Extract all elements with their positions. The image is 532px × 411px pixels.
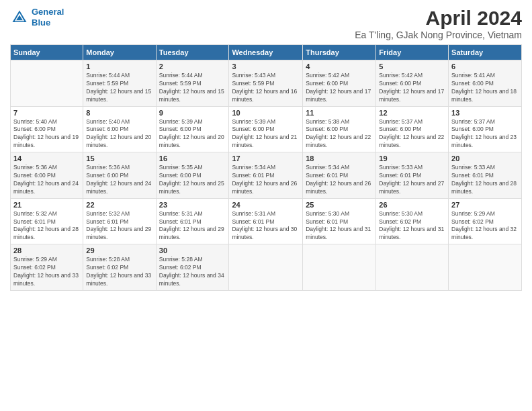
calendar-cell	[229, 244, 303, 291]
day-number: 22	[86, 201, 152, 209]
day-number: 21	[13, 201, 80, 209]
day-number: 3	[232, 62, 300, 71]
calendar-week-row: 14Sunrise: 5:36 AMSunset: 6:00 PMDayligh…	[11, 152, 522, 199]
day-number: 9	[159, 109, 226, 117]
col-header-wednesday: Wednesday	[229, 45, 303, 60]
day-info: Sunrise: 5:40 AMSunset: 6:00 PMDaylight:…	[86, 118, 152, 150]
calendar-cell: 5Sunrise: 5:42 AMSunset: 6:00 PMDaylight…	[376, 60, 449, 107]
calendar-cell: 11Sunrise: 5:38 AMSunset: 6:00 PMDayligh…	[303, 106, 376, 152]
day-number: 16	[159, 154, 226, 163]
day-number: 30	[159, 246, 226, 255]
calendar-cell: 16Sunrise: 5:35 AMSunset: 6:00 PMDayligh…	[156, 152, 229, 199]
header: General Blue April 2024 Ea T'ling, GJak …	[10, 7, 522, 40]
calendar-cell: 12Sunrise: 5:37 AMSunset: 6:00 PMDayligh…	[376, 106, 449, 152]
calendar-cell	[11, 60, 83, 107]
day-number: 10	[232, 109, 300, 117]
calendar-cell: 21Sunrise: 5:32 AMSunset: 6:01 PMDayligh…	[11, 198, 83, 244]
logo-general: General	[32, 7, 64, 17]
calendar-week-row: 1Sunrise: 5:44 AMSunset: 5:59 PMDaylight…	[11, 60, 522, 107]
day-info: Sunrise: 5:35 AMSunset: 6:00 PMDaylight:…	[159, 164, 226, 196]
calendar-cell: 4Sunrise: 5:42 AMSunset: 6:00 PMDaylight…	[303, 60, 376, 107]
main-title: April 2024	[355, 7, 522, 30]
calendar-header-row: SundayMondayTuesdayWednesdayThursdayFrid…	[11, 45, 522, 60]
day-number: 17	[232, 154, 300, 163]
day-info: Sunrise: 5:43 AMSunset: 5:59 PMDaylight:…	[232, 72, 300, 104]
col-header-tuesday: Tuesday	[156, 45, 229, 60]
calendar-cell: 15Sunrise: 5:36 AMSunset: 6:00 PMDayligh…	[83, 152, 156, 199]
col-header-thursday: Thursday	[303, 45, 376, 60]
calendar-cell	[303, 244, 376, 291]
day-info: Sunrise: 5:39 AMSunset: 6:00 PMDaylight:…	[159, 118, 226, 150]
calendar-cell: 13Sunrise: 5:37 AMSunset: 6:00 PMDayligh…	[449, 106, 522, 152]
day-number: 23	[159, 201, 226, 209]
day-info: Sunrise: 5:37 AMSunset: 6:00 PMDaylight:…	[379, 118, 445, 150]
day-info: Sunrise: 5:30 AMSunset: 6:01 PMDaylight:…	[306, 210, 373, 242]
day-number: 18	[306, 154, 373, 163]
day-number: 11	[306, 109, 373, 117]
day-number: 6	[451, 62, 519, 71]
calendar-cell	[449, 244, 522, 291]
calendar-cell: 19Sunrise: 5:33 AMSunset: 6:01 PMDayligh…	[376, 152, 449, 199]
logo-text: General Blue	[32, 7, 64, 28]
day-number: 29	[86, 246, 152, 255]
calendar-cell: 8Sunrise: 5:40 AMSunset: 6:00 PMDaylight…	[83, 106, 156, 152]
day-info: Sunrise: 5:32 AMSunset: 6:01 PMDaylight:…	[13, 210, 80, 242]
day-number: 1	[86, 62, 152, 71]
calendar-cell: 3Sunrise: 5:43 AMSunset: 5:59 PMDaylight…	[229, 60, 303, 107]
day-number: 15	[86, 154, 152, 163]
day-info: Sunrise: 5:44 AMSunset: 5:59 PMDaylight:…	[86, 72, 152, 104]
calendar-cell: 18Sunrise: 5:34 AMSunset: 6:01 PMDayligh…	[303, 152, 376, 199]
calendar-cell: 9Sunrise: 5:39 AMSunset: 6:00 PMDaylight…	[156, 106, 229, 152]
calendar-cell: 23Sunrise: 5:31 AMSunset: 6:01 PMDayligh…	[156, 198, 229, 244]
col-header-sunday: Sunday	[11, 45, 83, 60]
calendar-cell: 10Sunrise: 5:39 AMSunset: 6:00 PMDayligh…	[229, 106, 303, 152]
page: General Blue April 2024 Ea T'ling, GJak …	[0, 0, 532, 411]
day-info: Sunrise: 5:33 AMSunset: 6:01 PMDaylight:…	[379, 164, 445, 196]
calendar-cell: 6Sunrise: 5:41 AMSunset: 6:00 PMDaylight…	[449, 60, 522, 107]
day-info: Sunrise: 5:36 AMSunset: 6:00 PMDaylight:…	[13, 164, 80, 196]
col-header-monday: Monday	[83, 45, 156, 60]
day-number: 24	[232, 201, 300, 209]
calendar-cell: 22Sunrise: 5:32 AMSunset: 6:01 PMDayligh…	[83, 198, 156, 244]
day-number: 13	[451, 109, 519, 117]
day-info: Sunrise: 5:39 AMSunset: 6:00 PMDaylight:…	[232, 118, 300, 150]
day-info: Sunrise: 5:31 AMSunset: 6:01 PMDaylight:…	[232, 210, 300, 242]
day-info: Sunrise: 5:37 AMSunset: 6:00 PMDaylight:…	[451, 118, 519, 150]
day-number: 7	[13, 109, 80, 117]
title-section: April 2024 Ea T'ling, GJak Nong Province…	[355, 7, 522, 40]
calendar-cell: 29Sunrise: 5:28 AMSunset: 6:02 PMDayligh…	[83, 244, 156, 291]
day-info: Sunrise: 5:29 AMSunset: 6:02 PMDaylight:…	[13, 256, 80, 288]
day-number: 2	[159, 62, 226, 71]
calendar-week-row: 7Sunrise: 5:40 AMSunset: 6:00 PMDaylight…	[11, 106, 522, 152]
calendar-cell: 30Sunrise: 5:28 AMSunset: 6:02 PMDayligh…	[156, 244, 229, 291]
day-info: Sunrise: 5:30 AMSunset: 6:02 PMDaylight:…	[379, 210, 445, 242]
calendar-week-row: 21Sunrise: 5:32 AMSunset: 6:01 PMDayligh…	[11, 198, 522, 244]
day-number: 25	[306, 201, 373, 209]
day-number: 27	[451, 201, 519, 209]
day-number: 12	[379, 109, 445, 117]
day-info: Sunrise: 5:38 AMSunset: 6:00 PMDaylight:…	[306, 118, 373, 150]
calendar-cell: 26Sunrise: 5:30 AMSunset: 6:02 PMDayligh…	[376, 198, 449, 244]
day-info: Sunrise: 5:42 AMSunset: 6:00 PMDaylight:…	[306, 72, 373, 104]
day-info: Sunrise: 5:34 AMSunset: 6:01 PMDaylight:…	[232, 164, 300, 196]
calendar-cell: 27Sunrise: 5:29 AMSunset: 6:02 PMDayligh…	[449, 198, 522, 244]
logo-blue: Blue	[32, 17, 64, 28]
day-number: 5	[379, 62, 445, 71]
day-number: 4	[306, 62, 373, 71]
calendar-cell	[376, 244, 449, 291]
col-header-friday: Friday	[376, 45, 449, 60]
calendar-cell: 2Sunrise: 5:44 AMSunset: 5:59 PMDaylight…	[156, 60, 229, 107]
calendar-cell: 1Sunrise: 5:44 AMSunset: 5:59 PMDaylight…	[83, 60, 156, 107]
day-number: 19	[379, 154, 445, 163]
day-number: 14	[13, 154, 80, 163]
day-info: Sunrise: 5:44 AMSunset: 5:59 PMDaylight:…	[159, 72, 226, 104]
day-info: Sunrise: 5:34 AMSunset: 6:01 PMDaylight:…	[306, 164, 373, 196]
calendar-table: SundayMondayTuesdayWednesdayThursdayFrid…	[10, 44, 522, 291]
day-info: Sunrise: 5:36 AMSunset: 6:00 PMDaylight:…	[86, 164, 152, 196]
day-info: Sunrise: 5:28 AMSunset: 6:02 PMDaylight:…	[159, 256, 226, 288]
day-info: Sunrise: 5:29 AMSunset: 6:02 PMDaylight:…	[451, 210, 519, 242]
calendar-cell: 14Sunrise: 5:36 AMSunset: 6:00 PMDayligh…	[11, 152, 83, 199]
col-header-saturday: Saturday	[449, 45, 522, 60]
calendar-cell: 7Sunrise: 5:40 AMSunset: 6:00 PMDaylight…	[11, 106, 83, 152]
calendar-week-row: 28Sunrise: 5:29 AMSunset: 6:02 PMDayligh…	[11, 244, 522, 291]
